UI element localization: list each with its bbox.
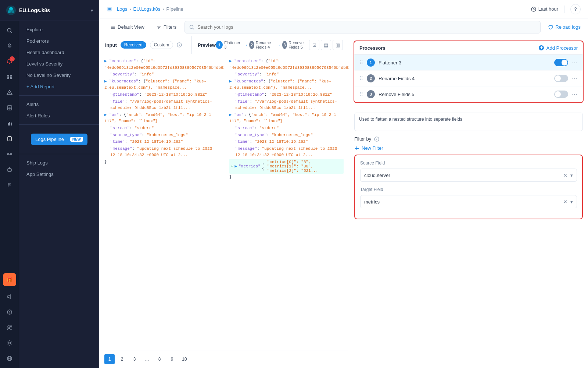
source-field-value[interactable] xyxy=(364,173,560,178)
svg-rect-13 xyxy=(7,106,12,110)
step-1-label: Flattener 3 xyxy=(224,40,241,49)
app-logo[interactable]: EU.Logs.k8s xyxy=(6,5,50,15)
source-field-row: Source Field ✕ ▾ xyxy=(360,160,577,182)
sidebar-collapse-icon[interactable]: ▾ xyxy=(91,8,93,13)
tab-received[interactable]: Received xyxy=(121,41,146,49)
svg-point-1 xyxy=(9,7,13,11)
step-3-num: 3 xyxy=(282,41,287,49)
info-icon[interactable] xyxy=(177,42,182,47)
sidebar-item-add-report[interactable]: + Add Report xyxy=(19,81,99,92)
gift-icon-btn[interactable]: 🎁 xyxy=(3,273,16,286)
page-icon xyxy=(107,6,112,12)
page-3[interactable]: 3 xyxy=(129,354,140,364)
page-2[interactable]: 2 xyxy=(117,354,127,364)
users-icon-btn[interactable] xyxy=(3,321,16,334)
toggle-1[interactable] xyxy=(554,59,568,66)
fields-section: Source Field ✕ ▾ Target Field ✕ ▾ xyxy=(354,155,583,219)
svg-point-23 xyxy=(7,153,9,155)
code-line: "stream": "stderr" xyxy=(104,125,219,132)
step-2[interactable]: 2 Rename Fields 4 xyxy=(249,40,274,49)
new-filter-button[interactable]: New Filter xyxy=(354,145,583,151)
page-1[interactable]: 1 xyxy=(104,354,115,364)
breadcrumb-app[interactable]: EU.Logs.k8s xyxy=(133,6,161,12)
sidebar-item-no-level[interactable]: No Level no Severity xyxy=(19,70,99,81)
processor-item-1[interactable]: ⠿ 1 Flattener 3 ⋯ xyxy=(354,55,583,71)
search-icon-btn[interactable] xyxy=(3,24,16,37)
last-hour-button[interactable]: Last hour xyxy=(531,6,558,12)
reload-button[interactable]: Reload logs xyxy=(548,24,581,30)
table-icon-btn[interactable] xyxy=(3,101,16,114)
page-10[interactable]: 10 xyxy=(179,354,190,364)
source-field-clear-icon[interactable]: ✕ xyxy=(563,173,567,178)
source-field-input[interactable]: ✕ ▾ xyxy=(360,169,577,182)
target-field-input[interactable]: ✕ ▾ xyxy=(360,195,577,208)
drag-handle-3[interactable]: ⠿ xyxy=(359,91,363,97)
robot-icon-btn[interactable] xyxy=(3,163,16,176)
sidebar-item-alerts[interactable]: Alerts xyxy=(19,99,99,110)
breadcrumb-logs[interactable]: Logs xyxy=(117,6,127,12)
view-icon-1[interactable]: ⊡ xyxy=(309,40,319,50)
drag-handle-1[interactable]: ⠿ xyxy=(359,60,363,66)
help-circle-icon-btn[interactable]: ? xyxy=(3,305,16,319)
toggle-3[interactable] xyxy=(554,91,568,98)
grid-icon xyxy=(7,74,12,80)
step-1[interactable]: 1 Flattener 3 xyxy=(216,40,241,49)
filter-info-icon[interactable] xyxy=(374,137,379,142)
page-9[interactable]: 9 xyxy=(167,354,177,364)
sidebar-divider-3 xyxy=(19,154,99,154)
megaphone-icon xyxy=(7,294,12,300)
grid-icon-btn[interactable] xyxy=(3,70,16,84)
view-icon-2[interactable]: ▤ xyxy=(321,40,331,50)
step-3[interactable]: 3 Remove Fields 5 xyxy=(282,40,307,49)
svg-rect-17 xyxy=(8,123,9,125)
settings-icon-btn[interactable] xyxy=(3,336,16,350)
input-panel: Input Received Custom Preview 1 Flattene… xyxy=(99,36,349,368)
settings-icon xyxy=(7,340,12,346)
more-button-1[interactable]: ⋯ xyxy=(572,59,578,66)
integration-icon-btn[interactable] xyxy=(3,148,16,161)
add-processor-button[interactable]: Add Processor xyxy=(538,45,578,51)
target-field-chevron-icon[interactable]: ▾ xyxy=(570,199,573,205)
sidebar-item-alert-rules[interactable]: Alert Rules xyxy=(19,110,99,121)
help-button[interactable]: ? xyxy=(570,4,581,14)
svg-line-45 xyxy=(534,9,535,10)
megaphone-icon-btn[interactable] xyxy=(3,290,16,303)
source-field-chevron-icon[interactable]: ▾ xyxy=(570,173,573,178)
more-button-3[interactable]: ⋯ xyxy=(572,91,578,98)
toggle-2[interactable] xyxy=(554,75,568,82)
code-line: "severity": "info" xyxy=(104,71,219,78)
drag-handle-2[interactable]: ⠿ xyxy=(359,75,363,81)
alert-icon-btn[interactable]: 1 xyxy=(3,55,16,68)
search-bar[interactable] xyxy=(184,21,541,33)
processors-title: Processors xyxy=(359,45,386,51)
target-field-value[interactable] xyxy=(364,199,560,205)
processor-item-3[interactable]: ⠿ 3 Remove Fields 5 ⋯ xyxy=(354,86,583,102)
more-button-2[interactable]: ⋯ xyxy=(572,75,578,82)
sidebar-item-pod-errors[interactable]: Pod errors xyxy=(19,35,99,47)
sidebar: EU.Logs.k8s ▾ 1 xyxy=(0,0,99,368)
rocket-icon-btn[interactable] xyxy=(3,39,16,53)
default-view-button[interactable]: Default View xyxy=(107,22,148,32)
filter-icon xyxy=(156,25,161,30)
warning-icon-btn[interactable] xyxy=(3,86,16,99)
target-field-clear-icon[interactable]: ✕ xyxy=(563,199,567,205)
logs-pipeline-button[interactable]: Logs Pipeline NEW xyxy=(31,134,87,145)
chart-icon-btn[interactable] xyxy=(3,117,16,130)
search-icon xyxy=(7,28,12,33)
processor-item-2[interactable]: ⠿ 2 Rename Fields 4 ⋯ xyxy=(354,71,583,86)
sidebar-item-app-settings[interactable]: App Settings xyxy=(19,169,99,180)
view-icon-3[interactable]: ▥ xyxy=(333,40,343,50)
tab-custom[interactable]: Custom xyxy=(150,41,173,49)
sidebar-item-level-severity[interactable]: Level vs Severity xyxy=(19,58,99,70)
sidebar-item-health-dashboard[interactable]: Health dashboard xyxy=(19,47,99,58)
step-1-num: 1 xyxy=(216,41,223,49)
page-8[interactable]: 8 xyxy=(154,354,165,364)
sidebar-item-ship-logs[interactable]: Ship Logs xyxy=(19,157,99,169)
sidebar-item-explore[interactable]: Explore xyxy=(19,24,99,35)
flag-icon-btn[interactable] xyxy=(3,178,16,192)
filters-button[interactable]: Filters xyxy=(153,22,180,32)
code-line: "message": "updating next schedule to 20… xyxy=(104,146,219,159)
search-input[interactable] xyxy=(197,24,536,30)
globe-icon-btn[interactable] xyxy=(3,352,16,365)
docs-icon-btn[interactable] xyxy=(3,132,16,145)
